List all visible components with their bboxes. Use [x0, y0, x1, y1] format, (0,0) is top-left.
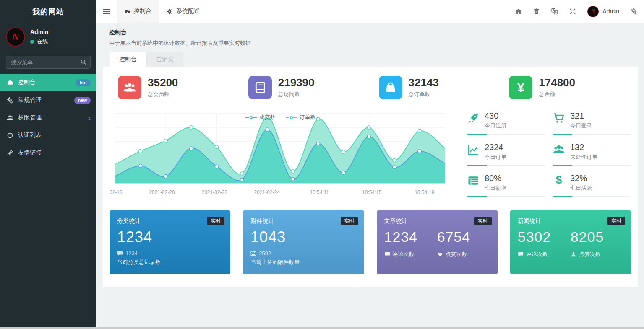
menu-toggle-icon[interactable]: [96, 0, 117, 23]
home-icon[interactable]: [515, 8, 522, 15]
realtime-badge: 实时: [474, 217, 492, 225]
table-icon: [467, 175, 479, 187]
avatar[interactable]: N: [6, 27, 25, 47]
rocket-icon: [467, 112, 479, 124]
chart-legend: 成交数 订单数: [110, 114, 451, 121]
chart-x-axis-labels: 02-182021-02-202021-02-222021-02-2410:54…: [110, 189, 451, 197]
dollar-icon: $: [553, 174, 565, 185]
realtime-badge: 实时: [607, 217, 625, 225]
chevron-left-icon: ‹: [88, 114, 91, 122]
yen-icon: ¥: [509, 76, 532, 99]
navbar-tab-label: 控制台: [134, 8, 151, 15]
quick-stats-grid: 430今日注册 321今日登录 2324今日订单 132未处理订单 80%七日新…: [467, 111, 631, 197]
card-value: 1234: [117, 230, 223, 245]
quick-stat-7day-active: $ 32%七日活跃: [553, 174, 631, 197]
stat-total-amount: ¥ 174800 总金额: [501, 76, 631, 99]
tachometer-icon: [124, 8, 130, 15]
metric-comments: 5302 评论次数: [518, 230, 571, 258]
logo-letter: N: [12, 31, 19, 43]
content-tabs: 控制台 自定义: [110, 52, 638, 67]
card-description: 当前上传的附件数量: [250, 259, 356, 266]
shopping-bag-icon: [379, 76, 402, 99]
gears-icon: [7, 97, 13, 104]
area-chart-plot[interactable]: [110, 111, 451, 187]
book-icon: [248, 76, 272, 99]
comment-icon: [384, 251, 390, 257]
tab-dashboard[interactable]: 控制台: [110, 52, 146, 67]
trash-icon[interactable]: [533, 8, 540, 15]
stat-label: 总订单数: [409, 91, 439, 98]
comment-icon: [518, 251, 524, 257]
sidebar-item-label: 认证列表: [18, 132, 42, 139]
sidebar-item-label: 控制台: [18, 79, 36, 86]
sidebar-item-cert-list[interactable]: 认证列表: [0, 127, 96, 144]
quick-stat-7day-new: 80%七日新增: [467, 174, 545, 197]
tab-custom[interactable]: 自定义: [146, 52, 183, 67]
online-dot-icon: [30, 40, 34, 44]
stat-total-visits: 219390 总访问数: [240, 76, 370, 99]
middle-row: 成交数 订单数 02-182021-02-202021-02-222021-02…: [110, 111, 631, 197]
card-attachment-stats: 附件统计 实时 1043 2592 当前上传的附件数量: [243, 210, 364, 274]
sidebar-item-links[interactable]: 友情链接: [0, 144, 96, 162]
card-description: 当前分类总记录数: [117, 259, 223, 266]
user-status: 在线: [30, 38, 49, 45]
card-value: 1043: [250, 230, 356, 245]
heart-icon: [437, 251, 443, 257]
circle-icon: [7, 132, 13, 139]
stat-total-members: 35200 总会员数: [110, 76, 240, 99]
search-input[interactable]: [6, 56, 91, 69]
navbar-tab-system-config[interactable]: 系统配置: [159, 0, 207, 23]
user-name: Admin: [30, 28, 49, 35]
quick-stat-today-logins: 321今日登录: [553, 111, 631, 135]
user-name: Admin: [602, 8, 619, 15]
images-icon: [250, 251, 256, 256]
search-icon[interactable]: [80, 59, 87, 65]
stat-value: 35200: [148, 77, 178, 88]
user-menu[interactable]: N Admin: [587, 6, 619, 17]
sidebar-item-label: 权限管理: [18, 114, 42, 122]
page-header: 控制台 用于展示当前系统中的统计数据、统计报表及重要实时数据: [109, 29, 631, 47]
sidebar-item-general[interactable]: 常规管理 new: [0, 91, 96, 109]
card-news-stats: 新闻统计 实时 5302 评论次数 8205 点赞次数: [510, 210, 631, 274]
users-icon: [7, 114, 13, 121]
navbar-tab-dashboard[interactable]: 控制台: [117, 0, 159, 23]
stats-row: 35200 总会员数 219390 总访问数 32143 总订单数 ¥ 1748…: [110, 76, 631, 99]
stat-total-orders: 32143 总订单数: [370, 76, 501, 99]
sales-chart[interactable]: 成交数 订单数 02-182021-02-202021-02-222021-02…: [110, 111, 451, 197]
svg-text:A: A: [555, 11, 557, 14]
site-title[interactable]: 我的网站: [0, 0, 96, 23]
gears-icon[interactable]: [631, 8, 637, 15]
translate-icon[interactable]: A: [551, 8, 558, 15]
tachometer-icon: [7, 79, 13, 86]
horizontal-scrollbar[interactable]: [0, 327, 644, 329]
stat-value: 219390: [278, 77, 315, 88]
navbar-right: A N Admin: [515, 0, 644, 23]
users-icon: [553, 144, 565, 155]
menu-search: [6, 56, 91, 69]
sidebar-item-dashboard[interactable]: 控制台 hot: [0, 74, 96, 91]
dashboard-panel: 35200 总会员数 219390 总访问数 32143 总订单数 ¥ 1748…: [103, 67, 638, 287]
navbar-tab-label: 系统配置: [176, 8, 200, 15]
stat-label: 总金额: [539, 91, 575, 98]
page-title: 控制台: [109, 29, 631, 36]
avatar: N: [587, 6, 599, 17]
page-subtitle: 用于展示当前系统中的统计数据、统计报表及重要实时数据: [109, 39, 631, 47]
sidebar-item-label: 友情链接: [18, 149, 42, 157]
realtime-badge: 实时: [207, 217, 224, 225]
legend-item-orders[interactable]: 订单数: [286, 114, 316, 121]
metric-comments: 1234 评论次数: [384, 230, 437, 258]
person-icon: [571, 251, 576, 257]
sidebar-item-label: 常规管理: [18, 96, 42, 104]
card-article-stats: 文章统计 实时 1234 评论次数 6754 点赞次数: [377, 210, 498, 274]
main-content: 控制台 用于展示当前系统中的统计数据、统计报表及重要实时数据 控制台 自定义 3…: [96, 23, 644, 329]
sidebar-item-auth[interactable]: 权限管理 ‹: [0, 109, 96, 127]
quick-stat-unprocessed-orders: 132未处理订单: [553, 142, 631, 166]
stat-value: 174800: [539, 77, 575, 88]
user-panel: N Admin 在线: [0, 23, 96, 52]
stat-label: 总会员数: [148, 91, 178, 98]
legend-item-deals[interactable]: 成交数: [245, 114, 276, 121]
metric-likes: 6754 点赞次数: [437, 230, 490, 258]
hot-badge: hot: [76, 79, 91, 86]
comment-icon: [117, 251, 123, 256]
expand-icon[interactable]: [569, 8, 576, 15]
